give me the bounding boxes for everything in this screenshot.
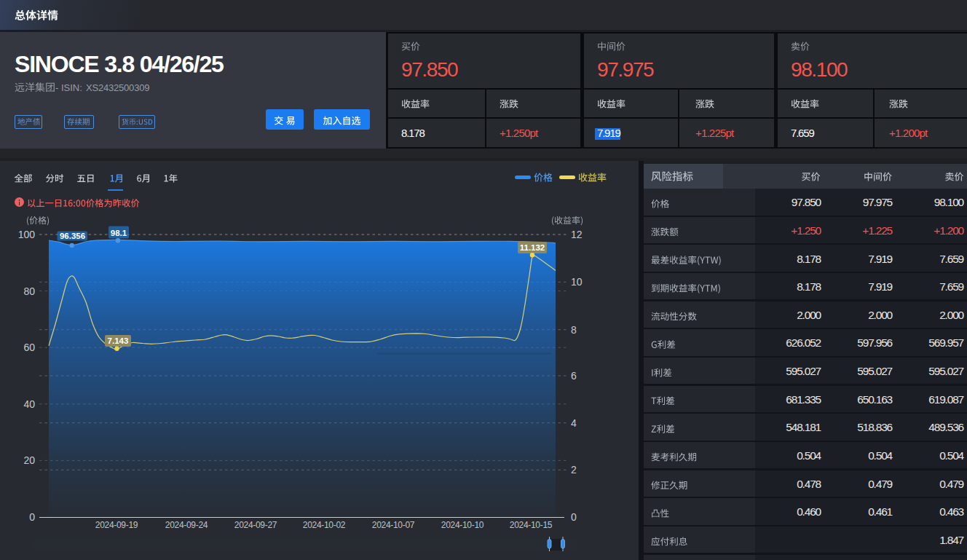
svg-text:0: 0 bbox=[29, 511, 35, 523]
svg-text:2024-09-19: 2024-09-19 bbox=[95, 520, 138, 530]
svg-text:2024-10-15: 2024-10-15 bbox=[510, 520, 553, 530]
svg-text:80: 80 bbox=[23, 285, 35, 297]
svg-text:8: 8 bbox=[571, 324, 577, 336]
svg-text:2024-09-27: 2024-09-27 bbox=[234, 520, 277, 530]
svg-text:40: 40 bbox=[23, 398, 35, 410]
svg-text:0: 0 bbox=[571, 511, 577, 523]
svg-text:20: 20 bbox=[23, 454, 35, 466]
svg-text:2024-09-24: 2024-09-24 bbox=[165, 520, 208, 530]
svg-text:98.1: 98.1 bbox=[111, 229, 127, 237]
svg-text:100: 100 bbox=[18, 229, 36, 240]
svg-text:11.132: 11.132 bbox=[520, 243, 545, 252]
svg-text:60: 60 bbox=[23, 342, 35, 353]
svg-text:12: 12 bbox=[571, 229, 583, 240]
svg-text:4: 4 bbox=[571, 417, 577, 429]
svg-text:10: 10 bbox=[571, 276, 583, 288]
svg-text:2024-10-10: 2024-10-10 bbox=[441, 520, 484, 530]
svg-text:2: 2 bbox=[571, 464, 577, 476]
svg-text:7.143: 7.143 bbox=[108, 336, 129, 345]
svg-text:6: 6 bbox=[571, 370, 577, 382]
svg-text:2024-10-02: 2024-10-02 bbox=[303, 520, 346, 530]
svg-text:96.356: 96.356 bbox=[60, 232, 85, 240]
svg-text:2024-10-07: 2024-10-07 bbox=[372, 520, 415, 530]
